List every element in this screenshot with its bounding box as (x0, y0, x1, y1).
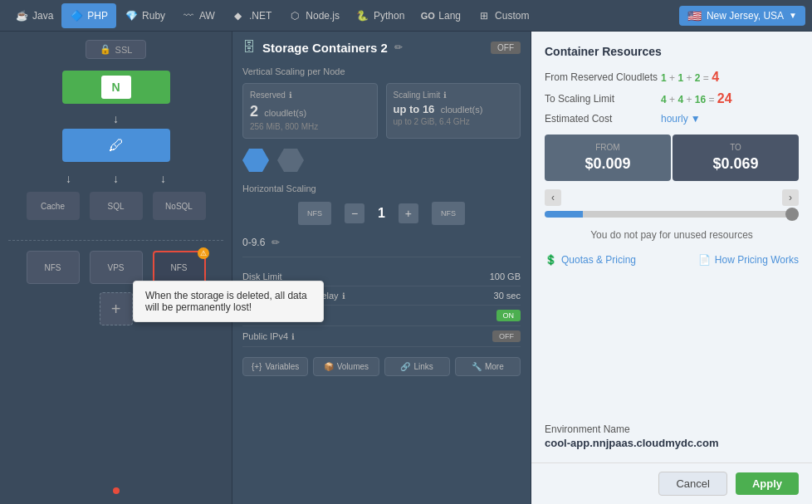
h-count: 1 (378, 206, 385, 221)
region-label: New Jersey, USA (707, 10, 784, 22)
quotas-pricing-link[interactable]: 💲 Quotas & Pricing (545, 254, 636, 266)
tab-php[interactable]: 🔷 PHP (61, 3, 116, 28)
ipv4-info-icon[interactable]: ℹ (291, 332, 295, 341)
nfs-node-1[interactable]: NFS (27, 251, 80, 284)
nfs-node-2-selected[interactable]: NFS ⚠ (153, 251, 206, 284)
variables-icon: {+} (252, 362, 262, 371)
dollar-icon: 💲 (545, 254, 557, 266)
dotnet-icon: ◆ (232, 9, 245, 22)
more-button[interactable]: 🔧 More (455, 357, 521, 376)
red-dot-indicator (113, 487, 120, 494)
vertical-scaling-label: Vertical Scaling per Node (242, 66, 521, 76)
right-panel: Container Resources From Reserved Cloudl… (531, 32, 812, 462)
restart-value: 30 sec (494, 291, 521, 301)
estimated-label: Estimated Cost (545, 113, 661, 125)
volumes-button[interactable]: 📦 Volumes (313, 357, 379, 376)
slider-arrows: ‹ › (545, 189, 799, 206)
action-buttons-row: {+} Variables 📦 Volumes 🔗 Links 🔧 More (242, 357, 521, 376)
blue-node[interactable]: 🖊 (62, 129, 170, 162)
horizontal-scaling-label: Horizontal Scaling (242, 183, 521, 193)
hex-icons-row (242, 149, 521, 172)
small-nodes-row: Cache SQL NoSQL (27, 192, 206, 220)
slider-right-arrow[interactable]: › (782, 189, 799, 206)
region-selector[interactable]: 🇺🇸 New Jersey, USA ▼ (679, 6, 805, 26)
nosql-node[interactable]: NoSQL (153, 192, 206, 220)
arrow-down-3: ↓ (113, 172, 119, 185)
ssl-button[interactable]: 🔒 SSL (86, 40, 147, 59)
sql-node[interactable]: SQL (90, 192, 143, 220)
version-edit-icon[interactable]: ✏ (271, 237, 280, 248)
scaling-info-icon[interactable]: ℹ (443, 91, 447, 100)
from-value: $0.009 (553, 155, 663, 173)
unused-resources-text: You do not pay for unused resources (545, 226, 799, 244)
env-name-label: Environment Name (545, 423, 799, 435)
nodejs-icon: ⬡ (288, 9, 301, 22)
how-pricing-works-link[interactable]: 📄 How Pricing Works (698, 254, 799, 266)
h-decrease-button[interactable]: − (345, 203, 364, 223)
cancel-button[interactable]: Cancel (658, 472, 726, 496)
h-increase-button[interactable]: + (399, 203, 418, 223)
document-icon: 📄 (698, 254, 711, 266)
tab-dotnet[interactable]: ◆ .NET (223, 3, 280, 28)
cache-node[interactable]: Cache (27, 192, 80, 220)
links-button[interactable]: 🔗 Links (384, 357, 450, 376)
h-node-right: NFS (432, 202, 465, 225)
storage-header: 🗄 Storage Containers 2 ✏ OFF (242, 40, 521, 55)
arrow-down-4: ↓ (160, 172, 166, 185)
ipv4-toggle[interactable]: OFF (492, 330, 521, 342)
tab-python[interactable]: 🐍 Python (348, 3, 413, 28)
scaling-limit-label: Scaling Limit ℹ (394, 91, 514, 100)
storage-icon: 🗄 (242, 40, 256, 55)
restart-info-icon[interactable]: ℹ (342, 291, 345, 301)
chevron-down-icon: ▼ (789, 11, 797, 20)
add-node-button[interactable]: + (100, 292, 133, 325)
tab-ruby[interactable]: 💎 Ruby (116, 3, 174, 28)
nginx-node[interactable]: N (62, 71, 170, 104)
storage-title: Storage Containers 2 (262, 41, 388, 55)
ssl-icon: 🔒 (100, 44, 111, 55)
nfs-row: NFS VPS NFS ⚠ (27, 251, 206, 284)
aw-icon: 〰 (182, 9, 195, 22)
tab-java[interactable]: ☕ Java (7, 3, 61, 28)
reserved-cloudlets-row: From Reserved Cloudlets 1 + 1 + 2 = 4 (545, 70, 799, 85)
arrow-down-1: ↓ (113, 112, 119, 125)
right-panel-wrapper: Container Resources From Reserved Cloudl… (531, 32, 812, 504)
variables-button[interactable]: {+} Variables (242, 357, 308, 376)
off-badge[interactable]: OFF (491, 42, 521, 54)
resource-slider[interactable] (545, 211, 799, 218)
scaling-limit-value: up to 16 cloudlet(s) (394, 103, 514, 115)
left-panel: 🔒 SSL N ↓ 🖊 ↓ ↓ ↓ Cache SQL NoSQL (0, 32, 232, 504)
add-node-area: + (100, 292, 133, 325)
hourly-link[interactable]: hourly ▼ (661, 113, 701, 125)
links-icon: 🔗 (400, 362, 410, 371)
tab-nodejs[interactable]: ⬡ Node.js (280, 3, 348, 28)
hex-icon-1[interactable] (242, 149, 269, 172)
to-price-box: TO $0.069 (673, 135, 799, 181)
tab-lang[interactable]: GO Lang (413, 3, 469, 28)
slider-thumb[interactable] (785, 208, 799, 221)
vps-node[interactable]: VPS (90, 251, 143, 284)
hex-icon-2[interactable] (277, 149, 304, 172)
apply-button[interactable]: Apply (736, 472, 799, 495)
access-toggle[interactable]: ON (496, 310, 521, 321)
feather-icon: 🖊 (109, 137, 124, 154)
price-boxes: FROM $0.009 TO $0.069 (545, 135, 799, 181)
reserved-sub: 256 MiB, 800 MHz (250, 122, 370, 131)
warning-tooltip: When the storage is deleted, all data wi… (133, 281, 324, 322)
reserved-label: Reserved ℹ (250, 91, 370, 100)
from-label: FROM (553, 143, 663, 152)
tab-custom[interactable]: ⊞ Custom (469, 3, 537, 28)
slider-left-arrow[interactable]: ‹ (545, 189, 561, 206)
edit-icon[interactable]: ✏ (394, 42, 403, 53)
scaling-limit-box[interactable]: Scaling Limit ℹ up to 16 cloudlet(s) up … (386, 83, 521, 139)
estimated-cost-row: Estimated Cost hourly ▼ (545, 113, 799, 125)
reserved-info-icon[interactable]: ℹ (289, 91, 292, 100)
version-row: 0-9.6 ✏ (242, 237, 521, 257)
tab-aw[interactable]: 〰 AW (174, 3, 223, 28)
python-icon: 🐍 (356, 9, 369, 22)
php-icon: 🔷 (70, 9, 83, 22)
reserved-cloudlets-label: From Reserved Cloudlets (545, 71, 661, 83)
scaling-limit-resource-label: To Scaling Limit (545, 93, 661, 105)
reserved-box[interactable]: Reserved ℹ 2 cloudlet(s) 256 MiB, 800 MH… (242, 83, 378, 139)
ruby-icon: 💎 (125, 9, 138, 22)
